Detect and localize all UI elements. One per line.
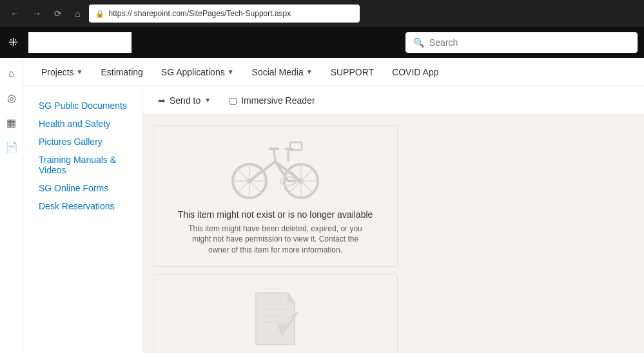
nav-item-social-media[interactable]: Social Media ▼ bbox=[244, 63, 320, 81]
sidebar-pages-icon[interactable]: ▦ bbox=[1, 112, 22, 133]
nav-item-support[interactable]: SUPPORT bbox=[323, 63, 382, 81]
immersive-reader-label: Immersive Reader bbox=[241, 95, 315, 106]
nav-bar: Projects ▼ Estimating SG Applications ▼ … bbox=[0, 58, 644, 86]
home-button[interactable]: ⌂ bbox=[71, 6, 84, 21]
search-input[interactable] bbox=[429, 37, 630, 48]
address-bar[interactable]: 🔒 https:// sharepoint.com/SitePages/Tech… bbox=[89, 5, 360, 23]
svg-line-16 bbox=[274, 150, 275, 162]
left-sidebar: ⌂ ◎ ▦ 📄 bbox=[0, 58, 23, 353]
logo-area bbox=[28, 32, 132, 53]
nav-label-projects: Projects bbox=[41, 67, 74, 77]
nav-label-social-media: Social Media bbox=[252, 67, 304, 77]
nav-label-sg-applications: SG Applications bbox=[161, 67, 225, 77]
left-nav-panel: SG Public Documents Health and Safety Pi… bbox=[23, 86, 142, 353]
nav-label-estimating: Estimating bbox=[101, 67, 142, 77]
toolbar-row: ➦ Send to ▼ ▢ Immersive Reader bbox=[142, 86, 644, 115]
forward-button[interactable]: → bbox=[28, 6, 45, 21]
chevron-down-icon: ▼ bbox=[204, 97, 211, 104]
content-area: ➦ Send to ▼ ▢ Immersive Reader bbox=[142, 86, 644, 353]
card-1-icon-area bbox=[230, 136, 320, 203]
nav-item-sg-applications[interactable]: SG Applications ▼ bbox=[153, 63, 242, 81]
cards-container: This item might not exist or is no longe… bbox=[142, 115, 644, 353]
bicycle-icon bbox=[230, 137, 320, 202]
card-1-title: This item might not exist or is no longe… bbox=[178, 209, 373, 220]
main-layout: SG Public Documents Health and Safety Pi… bbox=[0, 86, 644, 353]
nav-item-covid-app[interactable]: COVID App bbox=[384, 63, 446, 81]
chevron-down-icon: ▼ bbox=[306, 68, 313, 75]
sidebar-item-sg-online-forms[interactable]: SG Online Forms bbox=[34, 179, 142, 197]
nav-label-covid-app: COVID App bbox=[392, 67, 438, 77]
search-bar: 🔍 bbox=[405, 32, 638, 53]
nav-item-projects[interactable]: Projects ▼ bbox=[34, 63, 90, 81]
unavailable-card-1: This item might not exist or is no longe… bbox=[153, 125, 398, 267]
nav-item-estimating[interactable]: Estimating bbox=[93, 63, 150, 81]
back-button[interactable]: ← bbox=[6, 6, 23, 21]
sidebar-doc-icon[interactable]: 📄 bbox=[1, 137, 22, 157]
top-bar: ⁜ 🔍 bbox=[0, 27, 644, 58]
chevron-down-icon: ▼ bbox=[228, 68, 234, 75]
sidebar-item-health-and-safety[interactable]: Health and Safety bbox=[34, 115, 142, 133]
url-text: https:// sharepoint.com/SitePages/Tech-S… bbox=[108, 9, 291, 18]
sidebar-item-training-manuals[interactable]: Training Manuals & Videos bbox=[34, 151, 142, 179]
send-to-button[interactable]: ➦ Send to ▼ bbox=[153, 93, 216, 108]
svg-marker-23 bbox=[288, 293, 295, 303]
share-icon: ➦ bbox=[158, 95, 166, 106]
lock-icon: 🔒 bbox=[95, 10, 104, 18]
browser-chrome: ← → ⟳ ⌂ 🔒 https:// sharepoint.com/SitePa… bbox=[0, 0, 644, 27]
send-to-label: Send to bbox=[170, 95, 200, 106]
paper-plane-icon bbox=[243, 287, 307, 351]
sidebar-home-icon[interactable]: ⌂ bbox=[1, 63, 22, 84]
sidebar-item-sg-public-documents[interactable]: SG Public Documents bbox=[34, 97, 142, 115]
nav-label-support: SUPPORT bbox=[331, 67, 374, 77]
reload-button[interactable]: ⟳ bbox=[50, 6, 66, 21]
card-2-icon-area bbox=[243, 285, 307, 352]
waffle-icon[interactable]: ⁜ bbox=[0, 27, 26, 58]
card-1-description: This item might have been deleted, expir… bbox=[185, 224, 366, 256]
chevron-down-icon: ▼ bbox=[77, 68, 83, 75]
immersive-reader-icon: ▢ bbox=[229, 95, 237, 106]
immersive-reader-button[interactable]: ▢ Immersive Reader bbox=[224, 93, 320, 108]
sidebar-globe-icon[interactable]: ◎ bbox=[1, 88, 22, 108]
search-icon: 🔍 bbox=[413, 37, 424, 48]
unavailable-card-2: This item might not exist or is no longe… bbox=[153, 274, 398, 353]
sidebar-item-pictures-gallery[interactable]: Pictures Gallery bbox=[34, 133, 142, 151]
sidebar-item-desk-reservations[interactable]: Desk Reservations bbox=[34, 197, 142, 215]
